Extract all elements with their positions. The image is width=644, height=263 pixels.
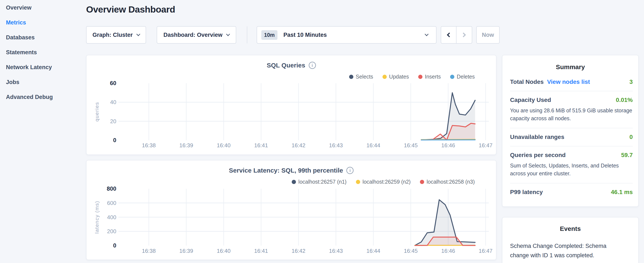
chevron-right-icon (461, 33, 466, 38)
svg-text:16:38: 16:38 (142, 142, 156, 149)
svg-text:16:41: 16:41 (254, 248, 268, 254)
svg-text:16:43: 16:43 (329, 142, 343, 149)
sidebar-item-metrics[interactable]: Metrics (6, 18, 26, 27)
summary-value: 59.7 (621, 152, 633, 158)
svg-text:16:39: 16:39 (179, 248, 193, 254)
service-latency-chart-card: Service Latency: SQL, 99th percentile i … (86, 160, 496, 260)
svg-text:16:46: 16:46 (441, 142, 455, 149)
summary-row-queries-per-second: Queries per second 59.7 Sum of Selects, … (510, 146, 633, 183)
summary-row-p99-latency: P99 latency 46.1 ms (510, 183, 633, 201)
summary-row-unavailable-ranges: Unavailable ranges 0 (510, 128, 633, 146)
svg-text:16:39: 16:39 (179, 142, 193, 149)
sidebar-item-overview[interactable]: Overview (6, 3, 32, 12)
svg-text:200: 200 (107, 228, 116, 234)
view-nodes-list-link[interactable]: View nodes list (547, 79, 590, 85)
summary-row-capacity-used: Capacity Used 0.01% You are using 28.6 M… (510, 91, 633, 128)
svg-text:16:40: 16:40 (217, 248, 230, 254)
graph-scope-dropdown-label: Graph: Cluster (92, 32, 133, 38)
summary-label: Total Nodes (510, 79, 544, 85)
sidebar-item-advanced-debug[interactable]: Advanced Debug (6, 92, 53, 102)
svg-text:60: 60 (110, 80, 116, 86)
summary-label: Queries per second (510, 152, 566, 158)
summary-label: Capacity Used (510, 97, 551, 103)
events-panel: Events Schema Change Completed: Schema c… (502, 217, 639, 263)
event-item-text: Schema Change Completed: Schema change w… (510, 241, 610, 260)
svg-text:20: 20 (110, 118, 116, 124)
sql-queries-chart-card: SQL Queries i Selects Updates Inserts De… (86, 55, 496, 155)
svg-text:800: 800 (107, 185, 116, 192)
svg-text:16:43: 16:43 (329, 248, 343, 254)
chevron-down-icon (424, 32, 428, 36)
summary-value: 0 (629, 134, 633, 140)
svg-text:16:42: 16:42 (292, 142, 305, 149)
toolbar-divider (247, 26, 247, 43)
svg-text:16:47: 16:47 (478, 248, 492, 254)
svg-text:600: 600 (107, 200, 116, 206)
svg-text:16:46: 16:46 (441, 248, 455, 254)
svg-text:16:44: 16:44 (366, 248, 380, 254)
svg-text:16:40: 16:40 (217, 142, 230, 149)
time-range-label: Past 10 Minutes (284, 32, 327, 38)
svg-text:16:41: 16:41 (254, 142, 268, 149)
time-range-badge: 10m (261, 30, 278, 40)
svg-text:16:45: 16:45 (404, 248, 418, 254)
svg-text:queries: queries (94, 102, 100, 122)
summary-value: 3 (629, 79, 633, 85)
summary-description: You are using 28.6 MiB of 515.9 GiB usab… (510, 107, 633, 122)
service-latency-plot: 16:3816:3916:4016:4116:4216:4316:4416:45… (86, 160, 497, 260)
svg-text:16:47: 16:47 (478, 142, 492, 149)
summary-label: P99 latency (510, 189, 543, 195)
page-title: Overview Dashboard (86, 4, 175, 15)
sidebar: Overview Metrics Databases Statements Ne… (0, 0, 85, 263)
svg-text:16:44: 16:44 (366, 142, 380, 149)
summary-label: Unavailable ranges (510, 134, 564, 140)
chevron-down-icon (226, 32, 230, 36)
svg-text:0: 0 (113, 242, 116, 249)
sidebar-item-statements[interactable]: Statements (6, 48, 37, 57)
now-button[interactable]: Now (476, 26, 500, 44)
sql-queries-plot: 16:3816:3916:4016:4116:4216:4316:4416:45… (86, 55, 497, 155)
time-step-buttons (441, 26, 472, 44)
svg-text:latency (ms): latency (ms) (94, 201, 100, 234)
sidebar-item-databases[interactable]: Databases (6, 33, 35, 42)
chevron-left-icon (447, 33, 452, 38)
time-step-forward-button[interactable] (456, 27, 472, 43)
sidebar-item-jobs[interactable]: Jobs (6, 78, 19, 87)
svg-text:400: 400 (107, 214, 116, 220)
dashboard-dropdown-label: Dashboard: Overview (164, 32, 222, 38)
chevron-down-icon (136, 32, 140, 36)
svg-text:16:42: 16:42 (292, 248, 305, 254)
dashboard-dropdown[interactable]: Dashboard: Overview (157, 26, 236, 44)
graph-scope-dropdown[interactable]: Graph: Cluster (86, 26, 146, 44)
time-step-back-button[interactable] (441, 27, 456, 43)
svg-text:16:45: 16:45 (404, 142, 418, 149)
svg-text:0: 0 (113, 137, 116, 143)
time-range-dropdown[interactable]: 10m Past 10 Minutes (256, 26, 436, 44)
summary-value: 46.1 ms (611, 189, 633, 195)
summary-title: Summary (502, 63, 638, 71)
svg-text:16:38: 16:38 (142, 248, 156, 254)
sidebar-item-network-latency[interactable]: Network Latency (6, 63, 52, 72)
summary-value: 0.01% (616, 97, 633, 103)
summary-description: Sum of Selects, Updates, Inserts, and De… (510, 162, 633, 177)
events-title: Events (510, 225, 630, 232)
svg-text:40: 40 (110, 99, 116, 105)
summary-row-total-nodes: Total Nodes View nodes list 3 (510, 73, 633, 91)
summary-panel: Summary Total Nodes View nodes list 3 Ca… (502, 55, 639, 207)
